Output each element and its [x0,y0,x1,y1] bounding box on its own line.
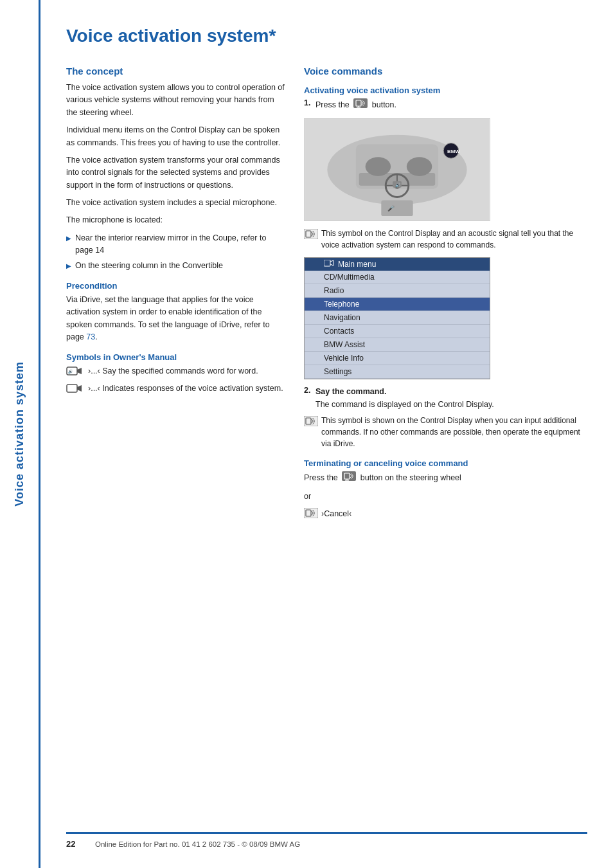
step-2-detail: The command is displayed on the Control … [315,400,494,409]
svg-text:BMW: BMW [447,149,460,155]
svg-text:🎤: 🎤 [387,205,395,213]
voice-button-icon-1 [353,98,368,112]
list-item: ▶ Near the interior rearview mirror in t… [66,232,285,257]
menu-screenshot: Main menu CD/Multimedia Radio Telephone … [304,257,490,379]
caption-1: This symbol on the Control Display and a… [304,228,587,251]
symbol-1-text: ›...‹ Say the specified commands word fo… [88,365,258,377]
svg-marker-1 [77,368,82,374]
footer: 22 Online Edition for Part no. 01 41 2 6… [66,832,587,849]
page-number: 22 [66,839,85,849]
svg-rect-31 [342,471,356,481]
svg-text:🔊: 🔊 [68,369,73,374]
step-1-number: 1. [304,98,315,107]
terminating-or: or [304,491,587,503]
step-2-number: 2. [304,386,315,395]
car-illustration: 🔊 BMW 🎤 [305,119,490,221]
step-2-row: 2. Say the command. The command is displ… [304,386,587,411]
menu-header-icon [324,260,334,269]
menu-item-bmw-assist: BMW Assist [305,338,490,352]
list-item: ▶ On the steering column in the Converti… [66,260,285,272]
menu-item-telephone: Telephone [305,298,490,311]
precondition-text: Via iDrive, set the language that applie… [66,294,285,344]
two-column-layout: The concept The voice activation system … [66,66,587,819]
symbols-heading: Symbols in Owner's Manual [66,352,285,362]
menu-header: Main menu [305,258,490,271]
caption-2: This symbol is shown on the Control Disp… [304,415,587,449]
microphone-label: The microphone is located: [66,214,285,226]
svg-marker-4 [77,385,82,392]
caption-2-text: This symbol is shown on the Control Disp… [321,415,587,449]
menu-item-navigation: Navigation [305,311,490,325]
svg-rect-5 [353,98,368,108]
intro-para-3: The voice activation system transforms y… [66,154,285,192]
sidebar: Voice activation system [0,0,39,868]
activating-heading: Activating voice activation system [304,86,587,95]
menu-items-list: CD/Multimedia Radio Telephone Navigation… [305,271,490,379]
svg-text:🔊: 🔊 [395,182,401,188]
car-image: 🔊 BMW 🎤 [304,118,490,221]
menu-item-settings: Settings [305,365,490,379]
step-1-row: 1. Press the [304,98,587,112]
symbol-2-text: ›...‹ Indicates responses of the voice a… [88,383,283,395]
triangle-icon: ▶ [66,233,71,244]
precondition-heading: Precondition [66,281,285,291]
menu-item-cd: CD/Multimedia [305,271,490,284]
voice-symbol-icon-2 [66,383,84,396]
symbol-row-2: ›...‹ Indicates responses of the voice a… [66,383,285,396]
caption-1-text: This symbol on the Control Display and a… [321,228,587,251]
cancel-command-text: ›Cancel‹ [321,509,351,518]
cancel-voice-icon [304,508,318,520]
intro-para-1: The voice activation system allows you t… [66,82,285,119]
terminating-text: Press the button on the steering wheel [304,471,587,485]
cancel-block: ›Cancel‹ [304,508,587,520]
voice-caption-icon-1 [304,229,318,242]
svg-rect-24 [381,201,413,217]
menu-header-text: Main menu [338,260,376,269]
microphone-list: ▶ Near the interior rearview mirror in t… [66,232,285,272]
page-title: Voice activation system* [66,26,587,46]
svg-point-23 [366,158,391,177]
step-1-text: Press the button. [315,98,396,112]
menu-item-radio: Radio [305,284,490,298]
svg-rect-28 [324,260,330,266]
symbol-row-1: 🔊 ›...‹ Say the specified commands word … [66,365,285,379]
footer-text: Online Edition for Part no. 01 41 2 602 … [95,840,300,848]
step-2-text: Say the command. [315,387,386,396]
triangle-icon: ▶ [66,261,71,271]
left-column: The concept The voice activation system … [66,66,285,819]
voice-button-icon-2 [342,471,356,485]
page-link-14[interactable]: 14 [95,246,104,255]
concept-heading: The concept [66,66,285,77]
list-item-text: Near the interior rearview mirror in the… [75,232,285,257]
right-column: Voice commands Activating voice activati… [304,66,587,819]
svg-point-22 [407,158,432,177]
menu-item-vehicle-info: Vehicle Info [305,352,490,365]
terminating-heading: Terminating or canceling voice command [304,458,587,468]
voice-symbol-icon-1: 🔊 [66,366,84,379]
list-item-text: On the steering column in the Convertibl… [75,260,223,272]
voice-caption-icon-2 [304,416,318,429]
intro-para-2: Individual menu items on the Control Dis… [66,124,285,149]
main-content: Voice activation system* The concept The… [39,0,613,868]
sidebar-label: Voice activation system [13,361,26,507]
step-2-content: Say the command. The command is displaye… [315,386,494,411]
menu-item-contacts: Contacts [305,325,490,338]
page-link-73[interactable]: 73 [86,332,95,341]
intro-para-4: The voice activation system includes a s… [66,197,285,209]
svg-rect-3 [67,384,77,392]
voice-commands-heading: Voice commands [304,66,587,77]
